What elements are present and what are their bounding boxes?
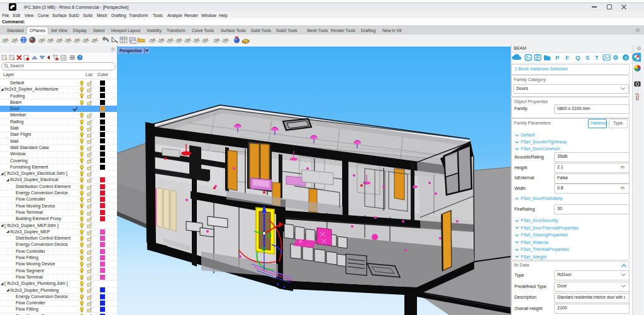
svg-text:T: T [595,54,599,61]
svg-text:Q: Q [575,54,580,61]
svg-text:F: F [565,54,569,61]
svg-text:P: P [555,54,560,61]
svg-text:?: ? [625,55,628,61]
svg-text:Perspective: Perspective [119,48,142,53]
svg-text:?: ? [79,55,81,60]
svg-text:S: S [586,54,589,61]
